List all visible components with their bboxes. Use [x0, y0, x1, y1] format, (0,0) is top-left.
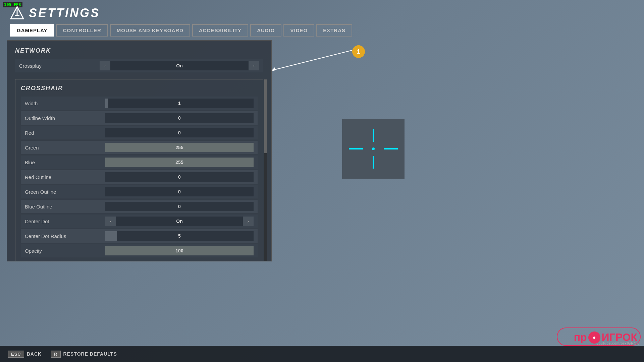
crossplay-next-btn[interactable]: ›: [249, 61, 259, 70]
red-outline-control[interactable]: 0: [105, 172, 254, 182]
tab-gameplay[interactable]: GAMEPLAY: [10, 24, 54, 37]
center-dot-control[interactable]: ‹ On ›: [105, 217, 254, 226]
green-outline-label: Green Outline: [25, 189, 105, 195]
svg-point-9: [372, 147, 375, 150]
center-dot-row: Center Dot ‹ On ›: [21, 215, 258, 228]
tab-audio[interactable]: AUDIO: [250, 24, 281, 37]
tab-controller[interactable]: CONTROLLER: [56, 24, 108, 37]
outline-width-label: Outline Width: [25, 115, 105, 121]
svg-rect-5: [373, 129, 374, 142]
annotation-badge: 1: [352, 45, 365, 58]
green-control[interactable]: 255: [105, 143, 254, 152]
center-dot-value: On: [116, 219, 243, 224]
header: SETTINGS: [10, 6, 100, 20]
main-panel: NETWORK Crossplay ‹ On › CROSSHAIR Width…: [7, 40, 272, 261]
red-label: Red: [25, 130, 105, 136]
tab-extras[interactable]: EXTRAS: [316, 24, 352, 37]
watermark-text-pro: пр: [574, 331, 587, 344]
green-outline-row: Green Outline 0: [21, 185, 258, 198]
center-dot-label: Center Dot: [25, 219, 105, 224]
opacity-label: Opacity: [25, 248, 105, 254]
outline-width-value: 0: [178, 115, 181, 121]
restore-action: R RESTORE DEFAULTS: [51, 351, 117, 358]
center-dot-next-btn[interactable]: ›: [243, 217, 254, 226]
center-dot-radius-label: Center Dot Radius: [25, 233, 105, 239]
width-value: 1: [178, 101, 181, 106]
outline-width-control[interactable]: 0: [105, 113, 254, 123]
small-text: youtube.com/pr●IGROK: [597, 342, 639, 345]
crossplay-prev-btn[interactable]: ‹: [100, 61, 110, 70]
network-section-title: NETWORK: [15, 47, 263, 54]
width-label: Width: [25, 101, 105, 106]
crossplay-row: Crossplay ‹ On ›: [15, 59, 263, 72]
svg-rect-8: [384, 148, 398, 149]
width-control[interactable]: 1: [105, 99, 254, 108]
bottom-bar: ESC BACK R RESTORE DEFAULTS: [0, 346, 644, 362]
back-action: ESC BACK: [8, 351, 42, 358]
green-outline-control[interactable]: 0: [105, 187, 254, 196]
center-dot-radius-row: Center Dot Radius 5: [21, 229, 258, 243]
restore-key: R: [51, 351, 60, 358]
red-value: 0: [178, 130, 181, 135]
red-row: Red 0: [21, 126, 258, 139]
center-dot-prev-btn[interactable]: ‹: [105, 217, 116, 226]
outline-width-row: Outline Width 0: [21, 111, 258, 125]
blue-outline-control[interactable]: 0: [105, 202, 254, 211]
opacity-control[interactable]: 100: [105, 246, 254, 255]
blue-value: 255: [175, 160, 183, 165]
green-row: Green 255: [21, 141, 258, 154]
network-section: NETWORK Crossplay ‹ On ›: [15, 47, 263, 72]
crosshair-section-title: CROSSHAIR: [21, 85, 258, 92]
crossplay-label: Crossplay: [19, 63, 100, 69]
back-key: ESC: [8, 351, 24, 358]
crossplay-control[interactable]: ‹ On ›: [100, 61, 259, 70]
tab-video[interactable]: VIDEO: [283, 24, 314, 37]
blue-outline-row: Blue Outline 0: [21, 200, 258, 213]
blue-label: Blue: [25, 160, 105, 165]
crosshair-section: CROSSHAIR Width 1 Outline Width 0: [15, 79, 263, 261]
back-label: BACK: [27, 351, 42, 357]
restore-label: RESTORE DEFAULTS: [63, 351, 117, 357]
blue-row: Blue 255: [21, 156, 258, 169]
blue-control[interactable]: 255: [105, 158, 254, 167]
logo-icon: [10, 6, 24, 20]
scroll-thumb[interactable]: [264, 79, 267, 153]
crosshair-preview: [342, 119, 405, 179]
opacity-value: 100: [175, 248, 183, 253]
red-outline-value: 0: [178, 174, 181, 180]
opacity-row: Opacity 100: [21, 244, 258, 257]
red-control[interactable]: 0: [105, 128, 254, 137]
width-row: Width 1: [21, 97, 258, 110]
crossplay-value: On: [110, 63, 249, 68]
green-outline-value: 0: [178, 189, 181, 194]
svg-rect-6: [373, 156, 374, 169]
green-value: 255: [175, 145, 183, 150]
red-outline-row: Red Outline 0: [21, 170, 258, 184]
page-title: SETTINGS: [29, 6, 100, 20]
red-outline-label: Red Outline: [25, 174, 105, 180]
svg-rect-7: [349, 148, 363, 149]
center-dot-radius-control[interactable]: 5: [105, 231, 254, 241]
center-dot-radius-value: 5: [178, 233, 181, 239]
tab-mouse-keyboard[interactable]: MOUSE AND KEYBOARD: [110, 24, 190, 37]
scroll-indicator[interactable]: [264, 79, 267, 261]
blue-outline-value: 0: [178, 204, 181, 209]
crosshair-svg: [342, 119, 405, 179]
nav-tabs: GAMEPLAY CONTROLLER MOUSE AND KEYBOARD A…: [10, 24, 352, 37]
blue-outline-label: Blue Outline: [25, 204, 105, 209]
tab-accessibility[interactable]: ACCESSIBILITY: [192, 24, 248, 37]
green-label: Green: [25, 145, 105, 150]
